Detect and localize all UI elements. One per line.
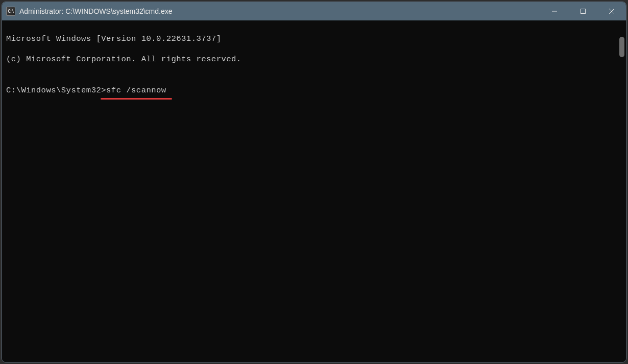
close-button[interactable] xyxy=(597,2,626,20)
version-line: Microsoft Windows [Version 10.0.22631.37… xyxy=(6,34,622,44)
vertical-scrollbar[interactable] xyxy=(619,22,625,360)
svg-rect-1 xyxy=(581,9,586,14)
prompt-path: C:\Windows\System32> xyxy=(6,86,106,95)
cmd-icon: C:\ xyxy=(6,7,15,16)
command-input[interactable]: sfc /scannow xyxy=(106,86,166,95)
terminal-output[interactable]: Microsoft Windows [Version 10.0.22631.37… xyxy=(2,20,626,362)
maximize-button[interactable] xyxy=(569,2,597,20)
window-title: Administrator: C:\WINDOWS\system32\cmd.e… xyxy=(19,7,540,15)
window-controls xyxy=(540,2,626,20)
command-underline-annotation xyxy=(101,98,172,100)
scrollbar-thumb[interactable] xyxy=(619,37,624,57)
titlebar[interactable]: C:\ Administrator: C:\WINDOWS\system32\c… xyxy=(2,2,626,20)
maximize-icon xyxy=(580,8,586,14)
cmd-icon-label: C:\ xyxy=(8,9,13,14)
minimize-icon xyxy=(551,8,558,14)
close-icon xyxy=(609,8,615,14)
minimize-button[interactable] xyxy=(540,2,569,20)
copyright-line: (c) Microsoft Corporation. All rights re… xyxy=(6,54,622,64)
cmd-window: C:\ Administrator: C:\WINDOWS\system32\c… xyxy=(2,2,626,362)
prompt-line: C:\Windows\System32>sfc /scannow xyxy=(6,85,166,95)
